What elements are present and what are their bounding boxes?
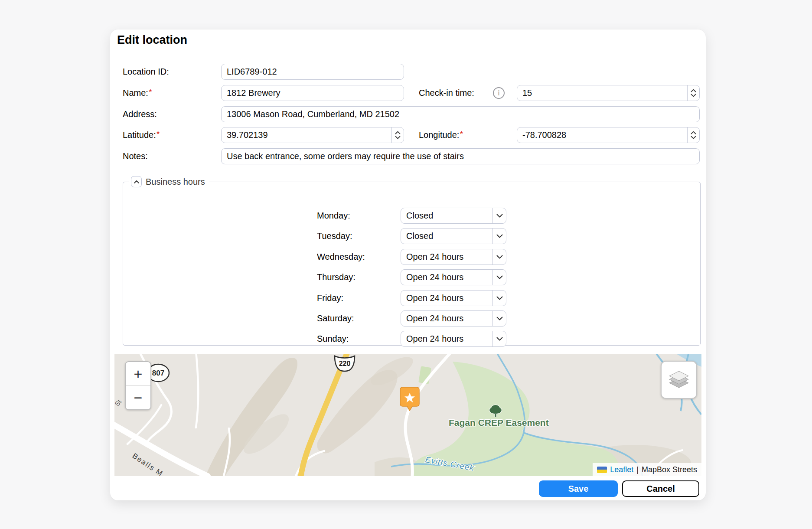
- business-hours-legend: Business hours: [129, 176, 209, 187]
- tuesday-hours-value: Closed: [401, 229, 492, 244]
- chevron-down-icon[interactable]: [691, 136, 696, 139]
- zoom-in-button[interactable]: +: [126, 362, 150, 385]
- notes-input[interactable]: [221, 148, 700, 164]
- thursday-label: Thursday:: [317, 269, 355, 285]
- park-label: Fagan CREP Easement: [449, 418, 549, 428]
- map-zoom-control: + −: [125, 361, 151, 410]
- name-input[interactable]: [221, 85, 404, 101]
- address-label: Address:: [123, 106, 157, 122]
- svg-text:807: 807: [152, 369, 164, 377]
- checkin-time-field: [517, 85, 700, 101]
- location-id-input[interactable]: [221, 64, 404, 80]
- business-hours-title: Business hours: [146, 177, 205, 187]
- checkin-stepper[interactable]: [687, 85, 699, 101]
- tuesday-label: Tuesday:: [317, 228, 352, 244]
- chevron-up-icon: [134, 180, 139, 183]
- page-background: Edit location Location ID: Name:* Check-…: [0, 0, 812, 529]
- route-shield-220: 220: [335, 356, 355, 371]
- monday-hours-value: Closed: [401, 208, 492, 223]
- sunday-label: Sunday:: [317, 331, 349, 347]
- friday-hours-select[interactable]: Open 24 hours: [401, 290, 506, 306]
- longitude-field: [517, 127, 700, 143]
- chevron-down-icon: [492, 229, 506, 244]
- chevron-up-icon[interactable]: [691, 89, 696, 92]
- friday-hours-value: Open 24 hours: [401, 291, 492, 306]
- info-icon[interactable]: i: [493, 87, 505, 99]
- wednesday-label: Wednesday:: [317, 249, 365, 265]
- collapse-business-hours-button[interactable]: [131, 176, 142, 187]
- dialog-title: Edit location: [117, 31, 187, 49]
- thursday-hours-select[interactable]: Open 24 hours: [401, 269, 506, 285]
- business-hours-fieldset: Business hours Monday: Closed Tuesday: C…: [123, 176, 701, 346]
- longitude-label: Longitude:*: [419, 127, 463, 143]
- chevron-down-icon[interactable]: [691, 94, 696, 97]
- name-label: Name:*: [123, 85, 152, 101]
- map-layers-control[interactable]: [661, 361, 697, 399]
- attribution-separator: |: [636, 465, 639, 474]
- latitude-label: Latitude:*: [123, 127, 160, 143]
- chevron-down-icon: [492, 208, 506, 223]
- map-canvas: 807 220 St Bealls M Fagan CREP Easement …: [114, 354, 701, 476]
- map-attribution: Leaflet | MapBox Streets: [593, 463, 701, 476]
- required-asterisk: *: [157, 129, 160, 139]
- thursday-hours-value: Open 24 hours: [401, 270, 492, 285]
- save-button[interactable]: Save: [539, 480, 618, 497]
- chevron-down-icon: [492, 270, 506, 285]
- required-asterisk: *: [149, 87, 152, 97]
- leaflet-link[interactable]: Leaflet: [610, 465, 633, 474]
- tuesday-hours-select[interactable]: Closed: [401, 228, 506, 244]
- chevron-down-icon: [492, 249, 506, 264]
- chevron-up-icon[interactable]: [691, 131, 696, 134]
- svg-text:220: 220: [339, 360, 351, 367]
- attribution-provider: MapBox Streets: [642, 465, 697, 474]
- location-map[interactable]: 807 220 St Bealls M Fagan CREP Easement …: [114, 354, 701, 476]
- saturday-hours-select[interactable]: Open 24 hours: [401, 310, 506, 327]
- zoom-out-button[interactable]: −: [126, 385, 150, 409]
- longitude-label-text: Longitude:: [419, 130, 459, 140]
- cancel-button[interactable]: Cancel: [622, 480, 699, 497]
- chevron-down-icon[interactable]: [395, 136, 401, 139]
- address-input[interactable]: [221, 106, 700, 122]
- latitude-stepper[interactable]: [391, 127, 404, 143]
- ukraine-flag-icon: [597, 467, 607, 473]
- chevron-down-icon: [492, 331, 506, 346]
- latitude-field: [221, 127, 404, 143]
- name-label-text: Name:: [123, 88, 148, 98]
- friday-label: Friday:: [317, 290, 343, 306]
- saturday-hours-value: Open 24 hours: [401, 311, 492, 326]
- latitude-label-text: Latitude:: [123, 130, 156, 140]
- location-id-label: Location ID:: [123, 64, 169, 80]
- longitude-stepper[interactable]: [687, 127, 699, 143]
- edit-location-dialog: Edit location Location ID: Name:* Check-…: [110, 29, 706, 500]
- required-asterisk: *: [460, 129, 463, 139]
- saturday-label: Saturday:: [317, 310, 354, 327]
- wednesday-hours-select[interactable]: Open 24 hours: [401, 249, 506, 265]
- sunday-hours-select[interactable]: Open 24 hours: [401, 331, 506, 347]
- sunday-hours-value: Open 24 hours: [401, 331, 492, 346]
- notes-label: Notes:: [123, 148, 148, 164]
- longitude-input[interactable]: [517, 127, 687, 143]
- chevron-up-icon[interactable]: [395, 131, 401, 134]
- chevron-down-icon: [492, 291, 506, 306]
- layers-icon: [669, 370, 689, 389]
- chevron-down-icon: [492, 311, 506, 326]
- checkin-time-label: Check-in time:: [419, 85, 474, 101]
- wednesday-hours-value: Open 24 hours: [401, 249, 492, 264]
- latitude-input[interactable]: [222, 127, 391, 143]
- checkin-time-input[interactable]: [517, 85, 687, 101]
- monday-label: Monday:: [317, 208, 350, 224]
- monday-hours-select[interactable]: Closed: [401, 208, 506, 224]
